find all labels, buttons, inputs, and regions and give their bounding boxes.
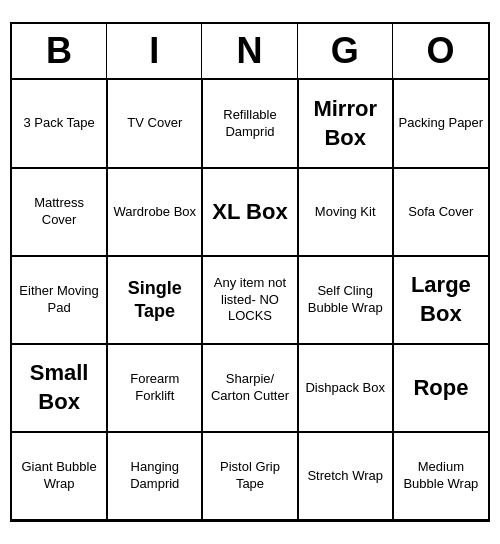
bingo-cell-8: Moving Kit [298, 168, 393, 256]
bingo-card: BINGO 3 Pack TapeTV CoverRefillable Damp… [10, 22, 490, 522]
bingo-cell-23: Stretch Wrap [298, 432, 393, 520]
bingo-cell-19: Rope [393, 344, 488, 432]
bingo-cell-22: Pistol Grip Tape [202, 432, 297, 520]
bingo-cell-9: Sofa Cover [393, 168, 488, 256]
bingo-letter-i: I [107, 24, 202, 78]
bingo-cell-5: Mattress Cover [12, 168, 107, 256]
bingo-letter-n: N [202, 24, 297, 78]
bingo-cell-14: Large Box [393, 256, 488, 344]
bingo-letter-g: G [298, 24, 393, 78]
bingo-cell-24: Medium Bubble Wrap [393, 432, 488, 520]
bingo-cell-7: XL Box [202, 168, 297, 256]
bingo-cell-2: Refillable Damprid [202, 80, 297, 168]
bingo-cell-0: 3 Pack Tape [12, 80, 107, 168]
bingo-cell-18: Dishpack Box [298, 344, 393, 432]
bingo-cell-16: Forearm Forklift [107, 344, 202, 432]
bingo-cell-12: Any item not listed- NO LOCKS [202, 256, 297, 344]
bingo-header: BINGO [12, 24, 488, 80]
bingo-grid: 3 Pack TapeTV CoverRefillable DampridMir… [12, 80, 488, 520]
bingo-letter-b: B [12, 24, 107, 78]
bingo-cell-10: Either Moving Pad [12, 256, 107, 344]
bingo-cell-6: Wardrobe Box [107, 168, 202, 256]
bingo-cell-1: TV Cover [107, 80, 202, 168]
bingo-cell-20: Giant Bubble Wrap [12, 432, 107, 520]
bingo-letter-o: O [393, 24, 488, 78]
bingo-cell-13: Self Cling Bubble Wrap [298, 256, 393, 344]
bingo-cell-3: Mirror Box [298, 80, 393, 168]
bingo-cell-21: Hanging Damprid [107, 432, 202, 520]
bingo-cell-4: Packing Paper [393, 80, 488, 168]
bingo-cell-11: Single Tape [107, 256, 202, 344]
bingo-cell-17: Sharpie/ Carton Cutter [202, 344, 297, 432]
bingo-cell-15: Small Box [12, 344, 107, 432]
